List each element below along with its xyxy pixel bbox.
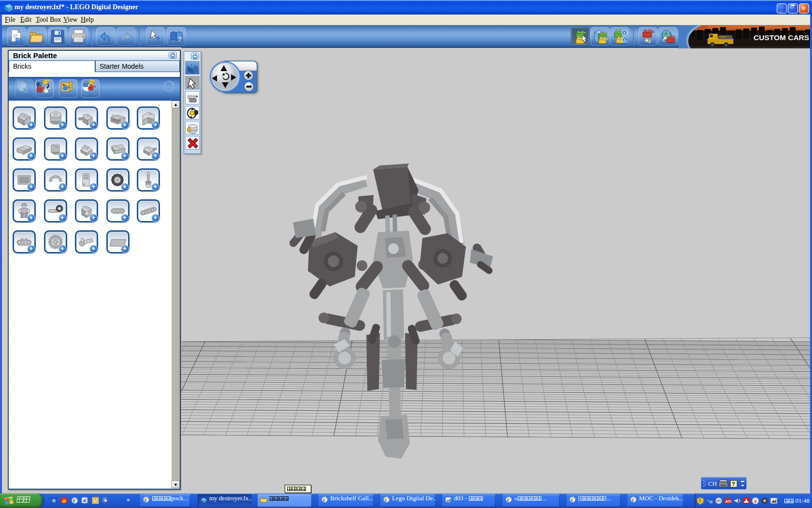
svg-text:+: + [24, 88, 27, 93]
svg-text:e: e [571, 497, 573, 503]
svg-text:e: e [632, 497, 634, 503]
svg-text:CUSTOM CARS: CUSTOM CARS [754, 33, 809, 42]
svg-text:$: $ [648, 38, 650, 43]
svg-text:!: ! [699, 498, 701, 504]
svg-text:+: + [195, 94, 198, 99]
svg-text:e: e [323, 497, 325, 503]
svg-text:e: e [507, 497, 509, 503]
svg-text:e: e [145, 497, 147, 503]
svg-text:e: e [385, 497, 387, 503]
svg-text:?: ? [732, 481, 735, 487]
svg-text:e: e [73, 497, 76, 504]
svg-text:?: ? [178, 35, 182, 43]
svg-text:ATI: ATI [725, 499, 731, 504]
svg-text:?: ? [156, 35, 160, 43]
svg-text:2: 2 [624, 31, 626, 35]
svg-text:CH: CH [708, 480, 717, 487]
svg-text:1: 1 [624, 38, 626, 42]
